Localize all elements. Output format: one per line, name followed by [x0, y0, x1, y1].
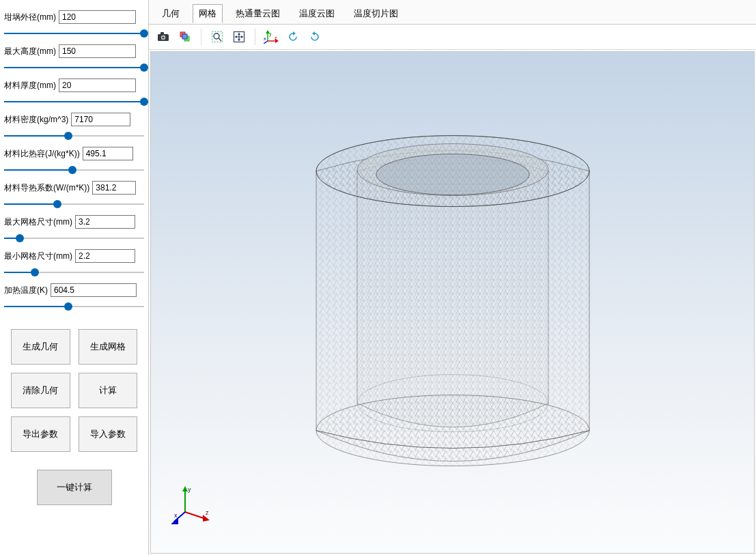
zoom-extents-icon[interactable]	[230, 28, 248, 46]
viewport-3d[interactable]: y z x	[150, 51, 755, 554]
svg-point-26	[357, 375, 548, 432]
mesh-preview	[268, 83, 637, 506]
param-label: 坩埚外径(mm)	[4, 12, 56, 23]
svg-marker-29	[182, 486, 188, 492]
one-click-compute-button[interactable]: 一键计算	[37, 470, 112, 505]
param-slider[interactable]	[4, 299, 144, 314]
param-input[interactable]	[59, 79, 136, 92]
param-label: 加热温度(K)	[4, 285, 48, 296]
svg-point-27	[316, 395, 589, 466]
param-label: 材料厚度(mm)	[4, 80, 56, 91]
sidebar-button-2[interactable]: 清除几何	[11, 373, 70, 408]
svg-point-3	[162, 36, 164, 38]
tab-0[interactable]: 几何	[156, 4, 186, 23]
svg-text:x: x	[174, 512, 178, 519]
tab-2[interactable]: 热通量云图	[229, 4, 286, 23]
param-input[interactable]	[59, 44, 136, 58]
svg-point-24	[357, 144, 548, 196]
sidebar-button-4[interactable]: 导出参数	[11, 416, 70, 452]
svg-point-21	[316, 136, 589, 207]
param-label: 材料密度(kg/m^3)	[4, 114, 68, 126]
print-layout-icon[interactable]	[176, 28, 194, 46]
param-slider[interactable]	[4, 231, 144, 246]
param-input[interactable]	[75, 249, 135, 263]
param-slider[interactable]	[4, 128, 144, 143]
zoom-window-icon[interactable]	[208, 28, 226, 46]
svg-point-23	[357, 144, 548, 196]
param-input[interactable]	[51, 283, 137, 297]
toolbar-separator	[255, 29, 255, 45]
param-slider[interactable]	[4, 60, 144, 75]
viewport-toolbar: yzx	[149, 25, 756, 50]
svg-line-30	[185, 512, 206, 519]
svg-marker-20	[312, 31, 315, 35]
sidebar-button-3[interactable]: 计算	[79, 373, 138, 408]
svg-text:y: y	[188, 486, 191, 493]
sidebar-button-0[interactable]: 生成几何	[11, 329, 70, 365]
param-label: 最大网格尺寸(mm)	[4, 216, 72, 228]
param-slider[interactable]	[4, 94, 144, 109]
sidebar-button-5[interactable]: 导入参数	[79, 416, 138, 452]
svg-rect-6	[182, 34, 187, 39]
param-slider[interactable]	[4, 265, 144, 280]
param-label: 最小网格尺寸(mm)	[4, 251, 72, 262]
camera-icon[interactable]	[154, 28, 172, 46]
svg-text:z: z	[206, 509, 209, 516]
default-view-icon[interactable]: yzx	[262, 28, 280, 46]
svg-point-22	[316, 136, 589, 207]
tab-4[interactable]: 温度切片图	[348, 4, 404, 23]
svg-marker-19	[293, 31, 296, 35]
svg-text:y: y	[269, 31, 272, 37]
tab-1[interactable]: 网格	[193, 4, 223, 23]
toolbar-separator	[201, 29, 201, 45]
param-label: 材料导热系数(W/(m*K))	[4, 182, 89, 194]
param-input[interactable]	[71, 113, 130, 126]
param-input[interactable]	[75, 215, 135, 229]
param-slider[interactable]	[4, 26, 144, 41]
svg-rect-1	[160, 32, 164, 35]
svg-point-8	[214, 33, 219, 39]
svg-line-15	[264, 41, 268, 44]
param-input[interactable]	[92, 181, 136, 195]
param-slider[interactable]	[4, 197, 144, 212]
rotate-ccw-icon[interactable]	[284, 28, 302, 46]
tab-bar: 几何网格热通量云图温度云图温度切片图	[149, 0, 756, 25]
sidebar-button-1[interactable]: 生成网格	[79, 329, 138, 365]
parameter-sidebar: 坩埚外径(mm)最大高度(mm)材料厚度(mm)材料密度(kg/m^3)材料比热…	[0, 0, 149, 555]
svg-text:z: z	[275, 35, 277, 40]
param-slider[interactable]	[4, 162, 144, 177]
svg-point-25	[376, 154, 529, 195]
param-label: 材料比热容(J/(kg*K))	[4, 148, 80, 160]
tab-3[interactable]: 温度云图	[293, 4, 341, 23]
axis-gizmo: y z x	[171, 485, 212, 526]
param-label: 最大高度(mm)	[4, 46, 56, 57]
param-input[interactable]	[83, 147, 133, 160]
rotate-cw-icon[interactable]	[306, 28, 324, 46]
svg-text:x: x	[264, 36, 266, 41]
param-input[interactable]	[59, 10, 136, 24]
svg-line-9	[219, 38, 221, 41]
